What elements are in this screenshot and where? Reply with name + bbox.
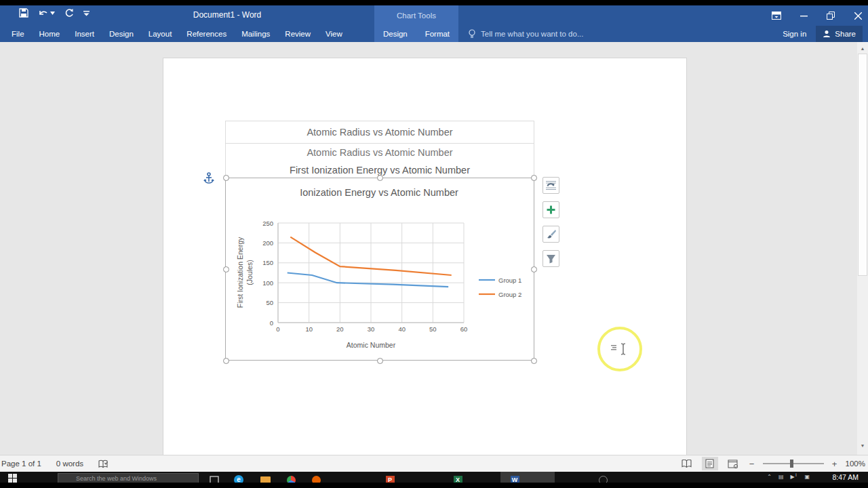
tab-view[interactable]: View	[318, 26, 350, 41]
top-letterbox	[0, 0, 868, 5]
restore-icon[interactable]	[825, 9, 837, 22]
layout-options-button[interactable]	[542, 177, 559, 194]
taskbar-powerpoint-icon[interactable]: P	[384, 474, 396, 483]
save-icon[interactable]	[19, 8, 28, 18]
redo-icon[interactable]	[64, 8, 74, 18]
contextual-tab-design[interactable]: Design	[379, 26, 412, 41]
svg-text:150: 150	[262, 259, 273, 266]
proofing-icon[interactable]	[98, 460, 108, 468]
chart-elements-icon	[546, 205, 556, 215]
zoom-slider-thumb[interactable]	[790, 460, 793, 468]
click-highlight-ring	[597, 327, 642, 371]
zoom-out-icon[interactable]: −	[748, 459, 756, 469]
bottom-letterbox	[0, 483, 868, 488]
zoom-in-icon[interactable]: +	[831, 459, 839, 469]
print-layout-icon[interactable]	[702, 457, 718, 470]
start-button-icon[interactable]	[8, 474, 17, 483]
close-icon[interactable]	[852, 9, 864, 22]
tray-chevron-icon[interactable]: ⌃	[767, 474, 772, 480]
y-axis-title: First Ionization Energy	[236, 237, 244, 308]
tab-review[interactable]: Review	[277, 26, 318, 41]
svg-text:20: 20	[336, 325, 344, 333]
window-controls	[770, 5, 864, 26]
tell-me-text: Tell me what you want to do...	[481, 30, 584, 38]
legend-group-1: Group 1	[498, 277, 521, 284]
chart-filters-button[interactable]	[542, 250, 559, 267]
chart-title-ghost-box: Atomic Radius vs Atomic Number	[225, 121, 534, 144]
tray-network-icon[interactable]: ▤	[778, 474, 784, 480]
tray-volume-icon[interactable]: ▶╵	[790, 474, 797, 480]
zoom-level[interactable]: 100%	[846, 460, 865, 468]
minimize-icon[interactable]	[797, 9, 810, 22]
tab-layout[interactable]: Layout	[141, 26, 180, 41]
undo-icon[interactable]	[38, 9, 55, 18]
svg-text:250: 250	[262, 220, 273, 227]
chart-resize-handle[interactable]	[377, 358, 383, 364]
chart-resize-handle[interactable]	[377, 175, 383, 181]
svg-text:50: 50	[266, 299, 273, 306]
zoom-slider[interactable]	[763, 463, 824, 464]
system-tray[interactable]: ⌃ ▤ ▶╵ ▣	[767, 474, 810, 480]
read-mode-icon[interactable]	[679, 457, 695, 470]
tab-mailings[interactable]: Mailings	[234, 26, 277, 41]
svg-text:(Joules): (Joules)	[245, 260, 254, 285]
tab-insert[interactable]: Insert	[67, 26, 102, 41]
chart-filters-icon	[546, 254, 556, 264]
chart-resize-handle[interactable]	[531, 266, 537, 272]
series-group-1	[288, 273, 448, 287]
chart-resize-handle[interactable]	[223, 266, 229, 272]
tab-references[interactable]: References	[179, 26, 234, 41]
web-layout-icon[interactable]	[725, 457, 741, 470]
tell-me-box[interactable]: Tell me what you want to do...	[468, 26, 584, 42]
customize-qat-icon[interactable]	[83, 10, 90, 16]
chart-resize-handle[interactable]	[223, 358, 229, 364]
chart-tools-contextual-header: Chart Tools	[374, 5, 458, 26]
chart-styles-button[interactable]	[542, 226, 559, 243]
contextual-tab-format[interactable]: Format	[421, 26, 454, 41]
chart-tools-label: Chart Tools	[397, 12, 436, 20]
taskbar-search-input[interactable]: Search the web and Windows	[58, 473, 199, 483]
tab-home[interactable]: Home	[32, 26, 68, 41]
layout-options-icon	[545, 180, 557, 191]
chart-resize-handle[interactable]	[531, 175, 537, 181]
ribbon-display-options-icon[interactable]	[770, 9, 783, 22]
tab-file[interactable]: File	[4, 26, 32, 41]
chart-plot: Ionization Energy vs Atomic Number010203…	[226, 178, 534, 361]
chart-resize-handle[interactable]	[531, 358, 537, 364]
taskbar-excel-icon[interactable]: X	[452, 474, 464, 483]
scrollbar-thumb[interactable]	[858, 54, 867, 276]
x-axis-title: Atomic Number	[347, 341, 396, 349]
taskbar-word-icon[interactable]: W	[509, 474, 521, 483]
tab-design[interactable]: Design	[102, 26, 141, 41]
embedded-chart[interactable]: Ionization Energy vs Atomic Number010203…	[225, 178, 534, 361]
sign-in-button[interactable]: Sign in	[783, 30, 806, 38]
chart-elements-button[interactable]	[542, 201, 559, 218]
page-count[interactable]: Page 1 of 1	[1, 460, 41, 468]
svg-text:50: 50	[429, 325, 437, 333]
chart-title: Ionization Energy vs Atomic Number	[300, 187, 458, 198]
taskbar-cortana-icon[interactable]	[597, 474, 609, 483]
word-application-window: { "titlebar": { "title": "Document1 - Wo…	[0, 0, 868, 488]
taskbar-file-explorer-icon[interactable]	[259, 474, 271, 483]
word-count[interactable]: 0 words	[56, 460, 83, 468]
lightbulb-icon	[468, 29, 476, 39]
scroll-up-icon[interactable]: ▲	[857, 43, 868, 54]
chart-styles-icon	[546, 229, 557, 240]
tray-keyboard-icon[interactable]: ▣	[804, 474, 810, 480]
taskbar-task-view-icon[interactable]	[208, 474, 220, 483]
scroll-down-icon[interactable]: ▼	[857, 441, 868, 451]
svg-text:200: 200	[262, 239, 273, 247]
svg-text:0: 0	[276, 325, 279, 333]
account-area: Sign in Share	[783, 26, 863, 42]
share-button[interactable]: Share	[816, 26, 863, 42]
taskbar-edge-icon[interactable]: e	[233, 474, 245, 483]
taskbar-firefox-icon[interactable]	[310, 474, 322, 483]
taskbar: Search the web and Windows ePXW ⌃ ▤ ▶╵ ▣…	[0, 472, 868, 483]
object-anchor-icon	[203, 172, 216, 186]
taskbar-chrome-icon[interactable]	[285, 474, 297, 483]
share-label: Share	[835, 30, 856, 38]
svg-text:60: 60	[460, 325, 468, 333]
vertical-scrollbar[interactable]: ▲ ▼	[857, 42, 868, 455]
text-cursor-icon	[610, 341, 630, 357]
chart-resize-handle[interactable]	[223, 175, 229, 181]
